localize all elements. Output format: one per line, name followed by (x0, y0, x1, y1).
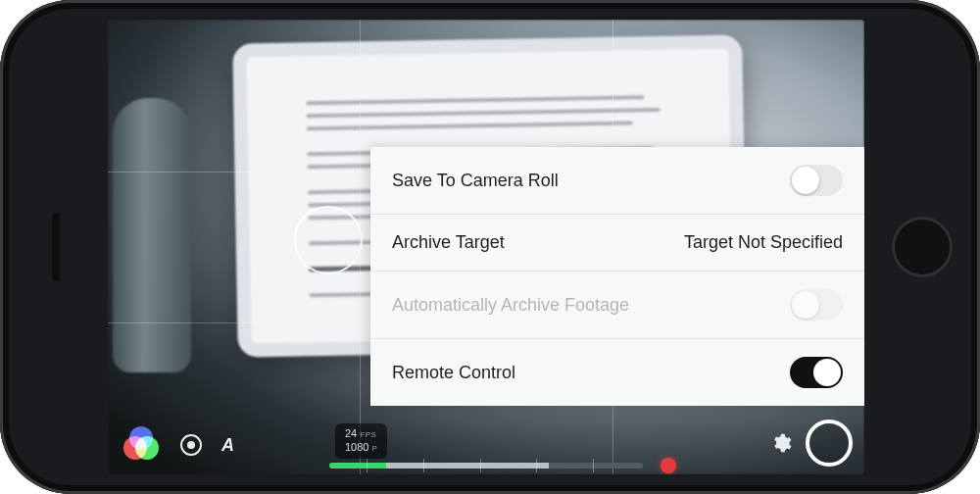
shutter-button[interactable] (806, 420, 853, 467)
row-label: Save To Camera Roll (392, 171, 559, 191)
toggle-auto-archive (790, 289, 843, 321)
capture-format-chip[interactable]: 24FPS 1080P (335, 423, 387, 459)
scene-bottle (113, 98, 191, 372)
row-remote-control[interactable]: Remote Control (370, 339, 864, 406)
resolution-unit: P (371, 444, 377, 453)
focus-reticle[interactable] (294, 206, 363, 274)
archive-target-value: Target Not Specified (684, 232, 843, 253)
auto-icon[interactable]: A (221, 435, 234, 456)
resolution-value: 1080 (345, 441, 368, 453)
row-archive-target[interactable]: Archive Target Target Not Specified (370, 215, 864, 272)
record-indicator-icon (661, 458, 676, 473)
zoom-slider[interactable] (329, 463, 643, 469)
color-picker-icon[interactable] (122, 425, 161, 465)
hud-center: 24FPS 1080P (329, 423, 643, 469)
fps-unit: FPS (360, 430, 376, 439)
home-button[interactable] (892, 217, 953, 277)
phone-frame: A 24FPS 1080P (0, 0, 980, 494)
row-label: Automatically Archive Footage (392, 295, 629, 316)
hud-bar: A 24FPS 1080P (108, 416, 864, 474)
exposure-icon[interactable] (180, 434, 202, 456)
row-label: Archive Target (392, 232, 505, 253)
toggle-remote-control[interactable] (790, 357, 843, 388)
row-auto-archive: Automatically Archive Footage (370, 272, 864, 339)
fps-value: 24 (345, 427, 357, 439)
toggle-save-to-camera-roll[interactable] (790, 165, 843, 196)
phone-speaker (52, 213, 60, 281)
row-save-to-camera-roll[interactable]: Save To Camera Roll (370, 147, 864, 215)
screen: A 24FPS 1080P (108, 20, 864, 474)
settings-panel: Save To Camera Roll Archive Target Targe… (370, 147, 864, 406)
settings-icon[interactable] (770, 432, 792, 454)
row-label: Remote Control (392, 363, 515, 383)
